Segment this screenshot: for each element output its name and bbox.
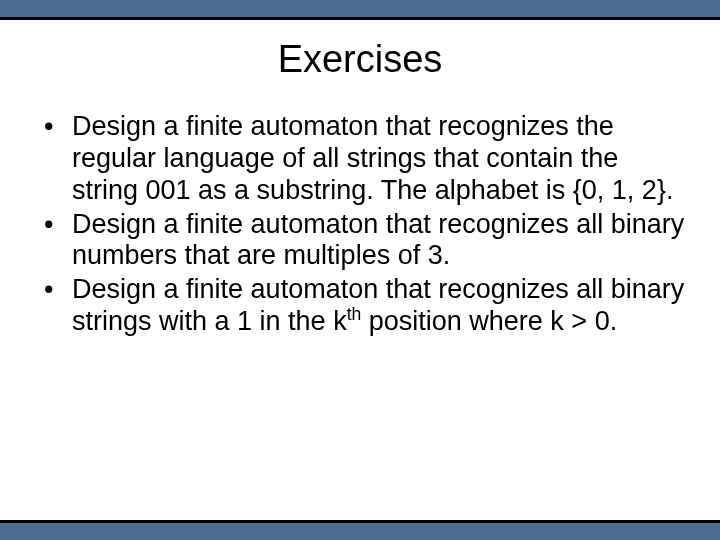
slide-title: Exercises: [0, 38, 720, 81]
bullet-text-suffix: position where k > 0.: [361, 306, 617, 336]
list-item: Design a finite automaton that recognize…: [30, 209, 690, 273]
list-item: Design a finite automaton that recognize…: [30, 274, 690, 338]
bottom-accent-bar: [0, 520, 720, 540]
bullet-list: Design a finite automaton that recognize…: [30, 111, 690, 338]
top-accent-bar: [0, 0, 720, 20]
bullet-text: Design a finite automaton that recognize…: [72, 209, 684, 271]
superscript: th: [347, 304, 362, 324]
slide-content: Design a finite automaton that recognize…: [0, 111, 720, 338]
list-item: Design a finite automaton that recognize…: [30, 111, 690, 207]
bullet-text: Design a finite automaton that recognize…: [72, 111, 673, 205]
